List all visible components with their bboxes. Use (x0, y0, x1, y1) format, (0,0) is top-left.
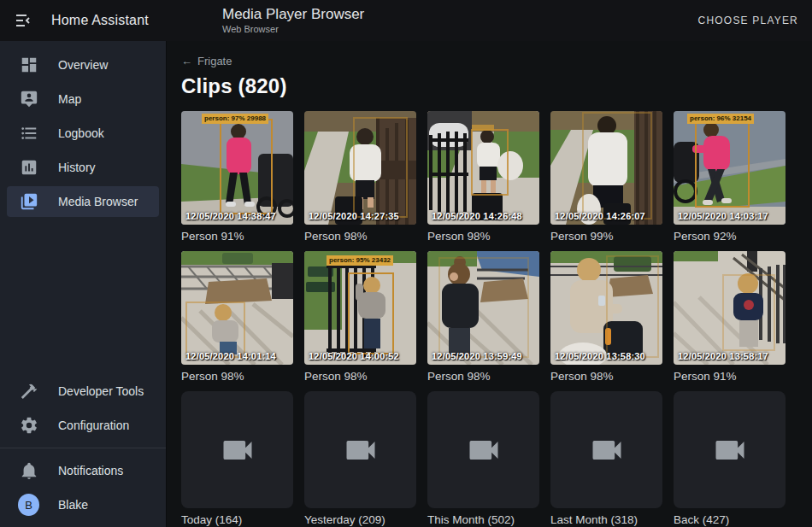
detection-box-label: person: 95% 23432 (327, 255, 393, 266)
sidebar-item-label: History (58, 161, 96, 174)
folder-label: This Month (502) (427, 513, 539, 526)
clip-card[interactable]: person: 96% 32154 12/05/2020 14:03:17 Pe… (674, 111, 786, 243)
clip-card[interactable]: 12/05/2020 14:26:48 Person 98% (427, 111, 539, 243)
clip-timestamp: 12/05/2020 14:27:35 (309, 211, 399, 221)
list-bulleted-icon (19, 123, 39, 143)
back-label: Frigate (197, 55, 232, 67)
user-name: Blake (58, 498, 88, 512)
sidebar-item-map[interactable]: Map (7, 84, 159, 114)
video-camera-icon (219, 431, 256, 469)
clip-image (427, 251, 539, 365)
clip-label: Person 92% (674, 230, 786, 243)
folder-label: Yesterday (209) (304, 513, 416, 526)
clip-thumbnail: 12/05/2020 14:01:14 (181, 251, 293, 365)
clip-image (427, 111, 539, 225)
sidebar-item-history[interactable]: History (7, 152, 159, 183)
folder-tile (427, 391, 539, 508)
clip-label: Person 98% (427, 230, 539, 243)
sidebar-item-profile[interactable]: B Blake (7, 489, 159, 520)
folder-card-yesterday[interactable]: Yesterday (209) (304, 391, 416, 526)
detection-box-label: person: 97% 29988 (202, 114, 268, 124)
choose-player-button[interactable]: CHOOSE PLAYER (691, 0, 805, 41)
clip-label: Person 91% (674, 370, 786, 383)
clip-timestamp: 12/05/2020 14:26:07 (555, 211, 645, 221)
clip-card[interactable]: 12/05/2020 13:59:49 Person 98% (427, 251, 539, 383)
clip-image (674, 251, 786, 365)
clip-image (304, 111, 416, 225)
clip-thumbnail: 12/05/2020 14:27:35 (304, 111, 416, 225)
sidebar-item-label: Developer Tools (58, 384, 144, 398)
clip-label: Person 98% (181, 370, 293, 383)
dashboard-icon (19, 55, 39, 75)
folder-card-back[interactable]: Back (427) (674, 391, 786, 526)
clip-thumbnail: 12/05/2020 13:59:49 (427, 251, 539, 365)
sidebar-toggle-icon[interactable] (14, 10, 34, 31)
breadcrumb-back[interactable]: ← Frigate (181, 55, 232, 67)
folder-label: Last Month (318) (550, 513, 662, 526)
app-title: Home Assistant (51, 0, 149, 41)
sidebar-item-label: Media Browser (58, 195, 138, 208)
folder-tile (674, 391, 786, 508)
video-camera-icon (342, 431, 380, 469)
clip-timestamp: 12/05/2020 14:01:14 (185, 351, 276, 361)
folder-card-today[interactable]: Today (164) (181, 391, 293, 526)
video-camera-icon (711, 431, 749, 469)
bell-icon (19, 460, 39, 481)
clip-card[interactable]: 12/05/2020 14:26:07 Person 99% (550, 111, 662, 243)
folder-card-last-month[interactable]: Last Month (318) (550, 391, 662, 526)
clip-card[interactable]: person: 95% 23432 12/05/2020 14:00:52 Pe… (304, 251, 416, 383)
sidebar-item-label: Logbook (58, 126, 104, 140)
folder-label: Back (427) (674, 513, 786, 526)
sidebar-item-overview[interactable]: Overview (7, 50, 159, 80)
sidebar-item-label: Overview (58, 58, 108, 72)
chart-box-icon (19, 157, 39, 178)
sidebar-item-label: Map (58, 92, 81, 106)
clip-label: Person 98% (304, 370, 416, 383)
clip-thumbnail: person: 95% 23432 12/05/2020 14:00:52 (304, 251, 416, 365)
hammer-icon (19, 381, 39, 401)
clip-thumbnail: 12/05/2020 13:58:30 (550, 251, 662, 365)
clip-timestamp: 12/05/2020 14:00:52 (309, 351, 399, 361)
sidebar-item-logbook[interactable]: Logbook (7, 118, 159, 149)
clip-label: Person 98% (304, 230, 416, 243)
clip-card[interactable]: 12/05/2020 13:58:17 Person 91% (674, 251, 786, 383)
folder-card-this-month[interactable]: This Month (502) (427, 391, 539, 526)
sidebar-item-configuration[interactable]: Configuration (7, 410, 159, 441)
back-arrow-icon: ← (181, 55, 192, 67)
page-header: Media Player Browser Web Browser (222, 6, 364, 34)
clip-timestamp: 12/05/2020 14:03:17 (678, 211, 768, 221)
folder-tile (181, 391, 293, 508)
sidebar-item-notifications[interactable]: Notifications (7, 455, 159, 486)
sidebar-item-developer-tools[interactable]: Developer Tools (7, 376, 159, 407)
app-header: Home Assistant Media Player Browser Web … (0, 0, 812, 41)
gear-icon (19, 415, 39, 436)
clip-thumbnail: 12/05/2020 14:26:07 (550, 111, 662, 225)
detection-box-label: person: 96% 32154 (687, 114, 754, 124)
clip-card[interactable]: person: 97% 29988 12/05/2020 14:38:47 Pe… (181, 111, 293, 243)
media-player-title: Media Player Browser (222, 6, 364, 23)
video-camera-icon (588, 431, 626, 469)
folder-tile (550, 391, 662, 508)
clip-label: Person 91% (181, 230, 293, 243)
avatar-initial: B (18, 494, 39, 516)
sidebar-spacer (0, 219, 166, 374)
map-account-icon (19, 89, 39, 109)
media-browser-content: ← Frigate Clips (820) person: 97% 29988 … (167, 41, 812, 527)
clip-label: Person 98% (550, 370, 662, 383)
clip-timestamp: 12/05/2020 13:58:30 (555, 351, 645, 361)
clip-thumbnail: 12/05/2020 14:26:48 (427, 111, 539, 225)
clip-image (550, 251, 662, 365)
clip-label: Person 98% (427, 370, 539, 383)
sidebar-item-media-browser[interactable]: Media Browser (7, 186, 159, 217)
avatar: B (19, 495, 39, 515)
clip-thumbnail: person: 96% 32154 12/05/2020 14:03:17 (674, 111, 786, 225)
video-camera-icon (465, 431, 503, 469)
clip-image (674, 111, 786, 225)
clip-image (304, 251, 416, 365)
clip-card[interactable]: 12/05/2020 14:27:35 Person 98% (304, 111, 416, 243)
clip-timestamp: 12/05/2020 14:38:47 (185, 211, 276, 221)
clip-card[interactable]: 12/05/2020 13:58:30 Person 98% (550, 251, 662, 383)
clip-timestamp: 12/05/2020 14:26:48 (432, 211, 522, 221)
clip-card[interactable]: 12/05/2020 14:01:14 Person 98% (181, 251, 293, 383)
clip-timestamp: 12/05/2020 13:59:49 (432, 351, 522, 361)
